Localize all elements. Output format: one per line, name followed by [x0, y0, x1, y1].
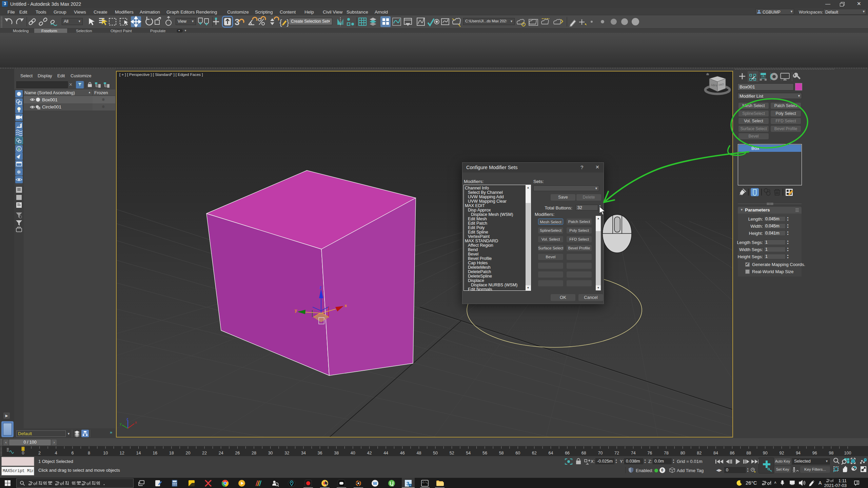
- svg-text:60: 60: [515, 451, 520, 455]
- svg-text:4: 4: [55, 451, 57, 455]
- svg-text:10: 10: [103, 451, 108, 455]
- svg-text:14: 14: [136, 451, 141, 455]
- svg-text:62: 62: [532, 451, 537, 455]
- svg-text:22: 22: [202, 451, 207, 455]
- svg-text:96: 96: [812, 451, 817, 455]
- svg-text:52: 52: [450, 451, 454, 455]
- svg-text:86: 86: [730, 451, 735, 455]
- svg-text:18: 18: [169, 451, 174, 455]
- svg-text:36: 36: [318, 451, 322, 455]
- svg-text:90: 90: [763, 451, 768, 455]
- svg-text:46: 46: [400, 451, 405, 455]
- svg-text:100: 100: [844, 451, 851, 455]
- svg-text:54: 54: [466, 451, 471, 455]
- svg-text:30: 30: [268, 451, 273, 455]
- svg-text:78: 78: [664, 451, 669, 455]
- svg-text:M: M: [410, 484, 411, 486]
- svg-text:8: 8: [88, 451, 90, 455]
- svg-text:34: 34: [301, 451, 306, 455]
- svg-text:66: 66: [565, 451, 570, 455]
- svg-text:68: 68: [581, 451, 586, 455]
- svg-text:2: 2: [38, 451, 41, 455]
- svg-text:80: 80: [680, 451, 685, 455]
- svg-text:A: A: [818, 480, 822, 486]
- svg-text:94: 94: [796, 451, 801, 455]
- svg-text:50: 50: [433, 451, 438, 455]
- svg-text:16: 16: [153, 451, 157, 455]
- svg-text:12: 12: [120, 451, 124, 455]
- svg-text:48: 48: [416, 451, 421, 455]
- svg-text:58: 58: [499, 451, 504, 455]
- svg-text:84: 84: [713, 451, 718, 455]
- svg-text:28: 28: [252, 451, 256, 455]
- svg-text:72: 72: [614, 451, 619, 455]
- svg-text:3: 3: [407, 481, 409, 486]
- svg-text:74: 74: [631, 451, 636, 455]
- svg-text:6: 6: [71, 451, 74, 455]
- svg-text:76: 76: [647, 451, 652, 455]
- svg-text:40: 40: [351, 451, 355, 455]
- svg-text:92: 92: [779, 451, 784, 455]
- svg-text:0: 0: [22, 451, 24, 455]
- svg-text:64: 64: [549, 451, 553, 455]
- svg-text:98: 98: [829, 451, 833, 455]
- svg-text:20: 20: [185, 451, 190, 455]
- svg-text:38: 38: [334, 451, 339, 455]
- svg-text:24: 24: [219, 451, 223, 455]
- svg-text:88: 88: [746, 451, 751, 455]
- svg-text:82: 82: [697, 451, 702, 455]
- svg-text:42: 42: [367, 451, 372, 455]
- svg-text:W: W: [373, 481, 377, 486]
- svg-text:44: 44: [383, 451, 388, 455]
- svg-text:32: 32: [284, 451, 289, 455]
- svg-text:26: 26: [235, 451, 240, 455]
- svg-text:56: 56: [482, 451, 487, 455]
- svg-text:70: 70: [598, 451, 603, 455]
- svg-text:C:\_: C:\_: [422, 481, 429, 484]
